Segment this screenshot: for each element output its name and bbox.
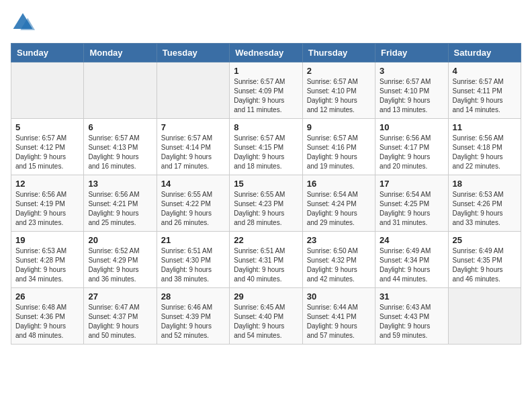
calendar-day-cell: 11Sunrise: 6:56 AM Sunset: 4:18 PM Dayli… — [448, 119, 521, 175]
day-info: Sunrise: 6:57 AM Sunset: 4:15 PM Dayligh… — [234, 134, 298, 171]
day-info: Sunrise: 6:56 AM Sunset: 4:19 PM Dayligh… — [15, 190, 79, 228]
day-info: Sunrise: 6:43 AM Sunset: 4:43 PM Dayligh… — [380, 303, 443, 340]
calendar-day-cell: 18Sunrise: 6:53 AM Sunset: 4:26 PM Dayli… — [448, 175, 521, 232]
calendar-day-cell: 4Sunrise: 6:57 AM Sunset: 4:11 PM Daylig… — [448, 62, 521, 119]
day-info: Sunrise: 6:57 AM Sunset: 4:13 PM Dayligh… — [88, 134, 152, 171]
calendar-day-cell — [11, 62, 84, 119]
day-number: 28 — [161, 291, 225, 302]
day-number: 21 — [161, 235, 225, 245]
day-info: Sunrise: 6:54 AM Sunset: 4:25 PM Dayligh… — [380, 190, 443, 228]
day-number: 3 — [380, 66, 443, 76]
day-number: 18 — [453, 179, 517, 189]
calendar-week-row: 19Sunrise: 6:53 AM Sunset: 4:28 PM Dayli… — [11, 232, 521, 288]
day-info: Sunrise: 6:57 AM Sunset: 4:11 PM Dayligh… — [453, 77, 517, 115]
day-number: 27 — [88, 291, 152, 302]
day-info: Sunrise: 6:51 AM Sunset: 4:31 PM Dayligh… — [234, 246, 298, 284]
weekday-header: Tuesday — [157, 44, 229, 62]
day-info: Sunrise: 6:57 AM Sunset: 4:12 PM Dayligh… — [15, 134, 79, 171]
calendar-day-cell: 2Sunrise: 6:57 AM Sunset: 4:10 PM Daylig… — [302, 62, 375, 119]
day-number: 14 — [161, 179, 225, 189]
calendar-day-cell: 5Sunrise: 6:57 AM Sunset: 4:12 PM Daylig… — [11, 119, 84, 175]
calendar-day-cell: 6Sunrise: 6:57 AM Sunset: 4:13 PM Daylig… — [84, 119, 157, 175]
day-info: Sunrise: 6:47 AM Sunset: 4:37 PM Dayligh… — [88, 303, 152, 340]
day-info: Sunrise: 6:55 AM Sunset: 4:22 PM Dayligh… — [161, 190, 225, 228]
day-number: 11 — [453, 122, 517, 132]
day-number: 19 — [15, 235, 79, 245]
day-number: 29 — [234, 291, 298, 302]
calendar-day-cell: 1Sunrise: 6:57 AM Sunset: 4:09 PM Daylig… — [230, 62, 302, 119]
calendar-day-cell: 10Sunrise: 6:56 AM Sunset: 4:17 PM Dayli… — [375, 119, 448, 175]
weekday-header: Sunday — [11, 44, 84, 62]
day-info: Sunrise: 6:50 AM Sunset: 4:32 PM Dayligh… — [307, 246, 371, 284]
day-info: Sunrise: 6:52 AM Sunset: 4:29 PM Dayligh… — [88, 246, 152, 284]
calendar-day-cell: 23Sunrise: 6:50 AM Sunset: 4:32 PM Dayli… — [302, 232, 375, 288]
calendar-table: SundayMondayTuesdayWednesdayThursdayFrid… — [11, 43, 521, 345]
calendar-day-cell: 26Sunrise: 6:48 AM Sunset: 4:36 PM Dayli… — [11, 288, 84, 345]
day-number: 7 — [161, 122, 225, 132]
day-number: 26 — [15, 291, 79, 302]
calendar-week-row: 26Sunrise: 6:48 AM Sunset: 4:36 PM Dayli… — [11, 288, 521, 345]
day-number: 9 — [307, 122, 371, 132]
calendar-day-cell: 25Sunrise: 6:49 AM Sunset: 4:35 PM Dayli… — [448, 232, 521, 288]
day-number: 20 — [88, 235, 152, 245]
calendar-day-cell: 28Sunrise: 6:46 AM Sunset: 4:39 PM Dayli… — [157, 288, 229, 345]
calendar-day-cell: 24Sunrise: 6:49 AM Sunset: 4:34 PM Dayli… — [375, 232, 448, 288]
calendar-day-cell: 21Sunrise: 6:51 AM Sunset: 4:30 PM Dayli… — [157, 232, 229, 288]
calendar-day-cell — [448, 288, 521, 345]
day-info: Sunrise: 6:57 AM Sunset: 4:10 PM Dayligh… — [380, 77, 443, 115]
calendar-day-cell: 19Sunrise: 6:53 AM Sunset: 4:28 PM Dayli… — [11, 232, 84, 288]
logo-icon — [11, 11, 35, 35]
calendar-week-row: 1Sunrise: 6:57 AM Sunset: 4:09 PM Daylig… — [11, 62, 521, 119]
day-number: 2 — [307, 66, 371, 76]
day-info: Sunrise: 6:55 AM Sunset: 4:23 PM Dayligh… — [234, 190, 298, 228]
day-info: Sunrise: 6:56 AM Sunset: 4:17 PM Dayligh… — [380, 134, 443, 171]
day-number: 13 — [88, 179, 152, 189]
calendar-day-cell — [157, 62, 229, 119]
weekday-header: Saturday — [448, 44, 521, 62]
day-info: Sunrise: 6:57 AM Sunset: 4:14 PM Dayligh… — [161, 134, 225, 171]
calendar-header-row: SundayMondayTuesdayWednesdayThursdayFrid… — [11, 44, 521, 62]
calendar-day-cell: 8Sunrise: 6:57 AM Sunset: 4:15 PM Daylig… — [230, 119, 302, 175]
day-number: 1 — [234, 66, 298, 76]
calendar-day-cell: 14Sunrise: 6:55 AM Sunset: 4:22 PM Dayli… — [157, 175, 229, 232]
day-number: 8 — [234, 122, 298, 132]
calendar-day-cell: 7Sunrise: 6:57 AM Sunset: 4:14 PM Daylig… — [157, 119, 229, 175]
day-info: Sunrise: 6:53 AM Sunset: 4:28 PM Dayligh… — [15, 246, 79, 284]
calendar-day-cell: 30Sunrise: 6:44 AM Sunset: 4:41 PM Dayli… — [302, 288, 375, 345]
calendar-day-cell: 29Sunrise: 6:45 AM Sunset: 4:40 PM Dayli… — [230, 288, 302, 345]
calendar-day-cell: 9Sunrise: 6:57 AM Sunset: 4:16 PM Daylig… — [302, 119, 375, 175]
page-header — [11, 11, 521, 35]
calendar-day-cell: 12Sunrise: 6:56 AM Sunset: 4:19 PM Dayli… — [11, 175, 84, 232]
day-number: 23 — [307, 235, 371, 245]
day-info: Sunrise: 6:49 AM Sunset: 4:34 PM Dayligh… — [380, 246, 443, 284]
calendar-week-row: 12Sunrise: 6:56 AM Sunset: 4:19 PM Dayli… — [11, 175, 521, 232]
day-info: Sunrise: 6:51 AM Sunset: 4:30 PM Dayligh… — [161, 246, 225, 284]
day-number: 31 — [380, 291, 443, 302]
calendar-week-row: 5Sunrise: 6:57 AM Sunset: 4:12 PM Daylig… — [11, 119, 521, 175]
weekday-header: Monday — [84, 44, 157, 62]
day-info: Sunrise: 6:56 AM Sunset: 4:18 PM Dayligh… — [453, 134, 517, 171]
weekday-header: Thursday — [302, 44, 375, 62]
day-info: Sunrise: 6:48 AM Sunset: 4:36 PM Dayligh… — [15, 303, 79, 340]
calendar-day-cell: 16Sunrise: 6:54 AM Sunset: 4:24 PM Dayli… — [302, 175, 375, 232]
calendar-day-cell: 27Sunrise: 6:47 AM Sunset: 4:37 PM Dayli… — [84, 288, 157, 345]
day-info: Sunrise: 6:46 AM Sunset: 4:39 PM Dayligh… — [161, 303, 225, 340]
weekday-header: Wednesday — [230, 44, 302, 62]
day-number: 22 — [234, 235, 298, 245]
calendar-day-cell: 17Sunrise: 6:54 AM Sunset: 4:25 PM Dayli… — [375, 175, 448, 232]
day-info: Sunrise: 6:56 AM Sunset: 4:21 PM Dayligh… — [88, 190, 152, 228]
day-number: 17 — [380, 179, 443, 189]
day-info: Sunrise: 6:57 AM Sunset: 4:16 PM Dayligh… — [307, 134, 371, 171]
calendar-day-cell: 13Sunrise: 6:56 AM Sunset: 4:21 PM Dayli… — [84, 175, 157, 232]
calendar-day-cell: 22Sunrise: 6:51 AM Sunset: 4:31 PM Dayli… — [230, 232, 302, 288]
calendar-day-cell — [84, 62, 157, 119]
day-info: Sunrise: 6:57 AM Sunset: 4:10 PM Dayligh… — [307, 77, 371, 115]
day-number: 30 — [307, 291, 371, 302]
day-info: Sunrise: 6:49 AM Sunset: 4:35 PM Dayligh… — [453, 246, 517, 284]
day-number: 24 — [380, 235, 443, 245]
day-info: Sunrise: 6:45 AM Sunset: 4:40 PM Dayligh… — [234, 303, 298, 340]
calendar-day-cell: 20Sunrise: 6:52 AM Sunset: 4:29 PM Dayli… — [84, 232, 157, 288]
day-number: 10 — [380, 122, 443, 132]
calendar-day-cell: 3Sunrise: 6:57 AM Sunset: 4:10 PM Daylig… — [375, 62, 448, 119]
logo — [11, 11, 38, 35]
